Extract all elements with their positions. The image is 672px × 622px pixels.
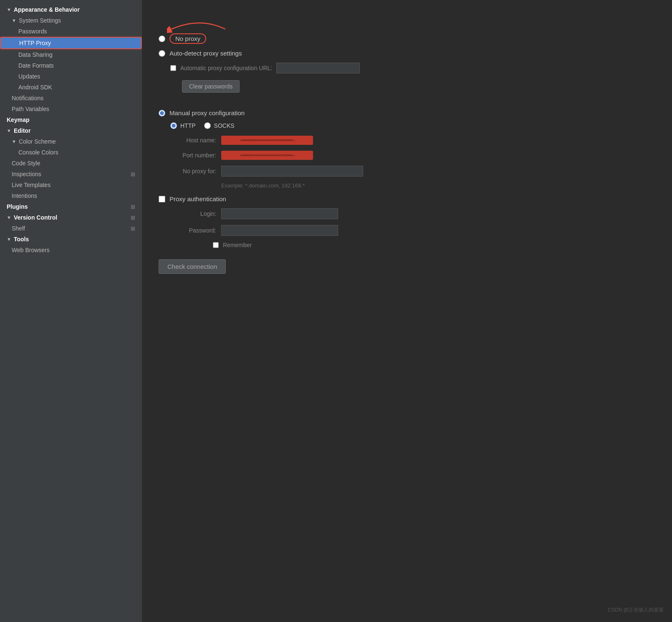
path-variables-label: Path Variables <box>12 106 49 112</box>
host-name-label: Host name: <box>170 137 216 144</box>
socks-radio[interactable] <box>204 122 211 129</box>
tools-label: Tools <box>14 236 29 243</box>
passwords-label: Passwords <box>18 28 47 35</box>
chevron-down-icon-vc: ▼ <box>7 215 11 220</box>
sidebar-item-tools[interactable]: ▼ Tools <box>0 234 142 245</box>
sidebar-item-plugins[interactable]: Plugins ⊞ <box>0 201 142 212</box>
redacted-line <box>242 139 292 141</box>
socks-label: SOCKS <box>214 122 235 129</box>
chevron-down-icon-color-scheme: ▼ <box>12 139 16 144</box>
http-radio[interactable] <box>170 122 177 129</box>
settings-sidebar: ▼ Appearance & Behavior ▼ System Setting… <box>0 0 142 622</box>
sidebar-item-keymap[interactable]: Keymap <box>0 114 142 125</box>
version-control-label: Version Control <box>14 214 57 221</box>
sidebar-item-date-formats[interactable]: Date Formats <box>0 60 142 71</box>
manual-proxy-label: Manual proxy configuration <box>169 109 245 116</box>
arrow-annotation <box>167 8 234 33</box>
sidebar-item-shelf[interactable]: Shelf ⊞ <box>0 223 142 234</box>
sidebar-item-http-proxy[interactable]: HTTP Proxy <box>0 37 142 49</box>
svg-rect-3 <box>242 154 292 156</box>
sidebar-item-version-control[interactable]: ▼ Version Control ⊞ <box>0 212 142 223</box>
socks-option[interactable]: SOCKS <box>204 122 235 129</box>
http-option[interactable]: HTTP <box>170 122 196 129</box>
remember-checkbox[interactable] <box>213 242 219 248</box>
web-browsers-label: Web Browsers <box>12 247 50 253</box>
chevron-down-icon: ▼ <box>12 18 16 23</box>
http-proxy-label: HTTP Proxy <box>19 40 51 46</box>
remember-label: Remember <box>223 242 252 248</box>
sidebar-item-data-sharing[interactable]: Data Sharing <box>0 49 142 60</box>
proxy-auth-row[interactable]: Proxy authentication <box>159 195 451 202</box>
chevron-down-icon-editor: ▼ <box>7 128 11 133</box>
sidebar-item-android-sdk[interactable]: Android SDK <box>0 82 142 93</box>
http-label: HTTP <box>180 122 196 129</box>
clear-passwords-button[interactable]: Clear passwords <box>182 80 240 93</box>
auto-config-url-input[interactable] <box>276 63 360 73</box>
check-connection-button[interactable]: Check connection <box>159 259 226 274</box>
updates-label: Updates <box>18 73 40 80</box>
login-input[interactable] <box>221 208 338 219</box>
no-proxy-for-input[interactable] <box>221 166 363 177</box>
password-input[interactable] <box>221 225 338 236</box>
shelf-icon: ⊞ <box>131 225 135 232</box>
inspections-label: Inspections <box>12 171 41 177</box>
sidebar-item-intentions[interactable]: Intentions <box>0 190 142 201</box>
data-sharing-label: Data Sharing <box>18 51 53 58</box>
plugins-label: Plugins <box>7 203 28 210</box>
http-socks-row: HTTP SOCKS <box>159 122 451 129</box>
keymap-label: Keymap <box>7 116 29 123</box>
sidebar-item-web-browsers[interactable]: Web Browsers <box>0 245 142 255</box>
host-name-row: Host name: <box>159 136 451 145</box>
port-number-row: Port number: <box>159 151 451 160</box>
system-settings-label: System Settings <box>19 17 61 24</box>
sidebar-item-passwords[interactable]: Passwords <box>0 26 142 37</box>
host-name-redacted <box>221 136 313 145</box>
notifications-label: Notifications <box>12 95 43 101</box>
auto-detect-row[interactable]: Auto-detect proxy settings <box>159 50 451 57</box>
sidebar-item-console-colors[interactable]: Console Colors <box>0 147 142 158</box>
console-colors-label: Console Colors <box>18 149 58 156</box>
editor-label: Editor <box>14 127 30 134</box>
proxy-auth-label: Proxy authentication <box>169 195 226 202</box>
redacted-line-2 <box>242 154 292 156</box>
version-control-icon: ⊞ <box>131 215 135 221</box>
remember-row[interactable]: Remember <box>159 242 451 248</box>
no-proxy-for-label: No proxy for: <box>170 168 216 174</box>
intentions-label: Intentions <box>12 192 37 199</box>
svg-rect-4 <box>250 154 284 156</box>
port-number-label: Port number: <box>170 152 216 159</box>
auto-config-url-row: Automatic proxy configuration URL: <box>159 63 451 73</box>
login-label: Login: <box>170 210 216 217</box>
sidebar-item-path-variables[interactable]: Path Variables <box>0 104 142 114</box>
sidebar-item-notifications[interactable]: Notifications <box>0 93 142 104</box>
sidebar-item-system-settings[interactable]: ▼ System Settings <box>0 15 142 26</box>
color-scheme-label: Color Scheme <box>19 138 56 145</box>
sidebar-item-appearance-behavior[interactable]: ▼ Appearance & Behavior <box>0 4 142 15</box>
sidebar-item-inspections[interactable]: Inspections ⊞ <box>0 169 142 180</box>
sidebar-item-editor[interactable]: ▼ Editor <box>0 125 142 136</box>
manual-proxy-row[interactable]: Manual proxy configuration <box>159 109 451 116</box>
auto-detect-label: Auto-detect proxy settings <box>169 50 242 57</box>
watermark: CSDN @正在偷人的菜菜 <box>608 607 664 614</box>
example-text: Example: *.domain.com, 192.168.* <box>159 182 451 189</box>
port-number-redacted <box>221 151 313 160</box>
sidebar-item-updates[interactable]: Updates <box>0 71 142 82</box>
proxy-auth-checkbox[interactable] <box>159 196 165 202</box>
sidebar-item-color-scheme[interactable]: ▼ Color Scheme <box>0 136 142 147</box>
sidebar-item-code-style[interactable]: Code Style <box>0 158 142 169</box>
sidebar-item-live-templates[interactable]: Live Templates <box>0 180 142 190</box>
main-content-area: No proxy Auto-detect proxy settings Auto… <box>142 0 672 622</box>
live-templates-label: Live Templates <box>12 182 51 188</box>
code-style-label: Code Style <box>12 160 40 167</box>
auto-detect-radio[interactable] <box>159 50 165 57</box>
chevron-down-icon-tools: ▼ <box>7 237 11 242</box>
auto-config-checkbox[interactable] <box>170 65 176 71</box>
android-sdk-label: Android SDK <box>18 84 52 91</box>
shelf-label: Shelf <box>12 225 25 232</box>
date-formats-label: Date Formats <box>18 62 54 69</box>
svg-rect-1 <box>242 139 292 141</box>
password-label: Password: <box>170 227 216 234</box>
chevron-down-icon: ▼ <box>7 7 11 12</box>
manual-proxy-radio[interactable] <box>159 110 165 116</box>
appearance-behavior-label: Appearance & Behavior <box>14 6 80 13</box>
